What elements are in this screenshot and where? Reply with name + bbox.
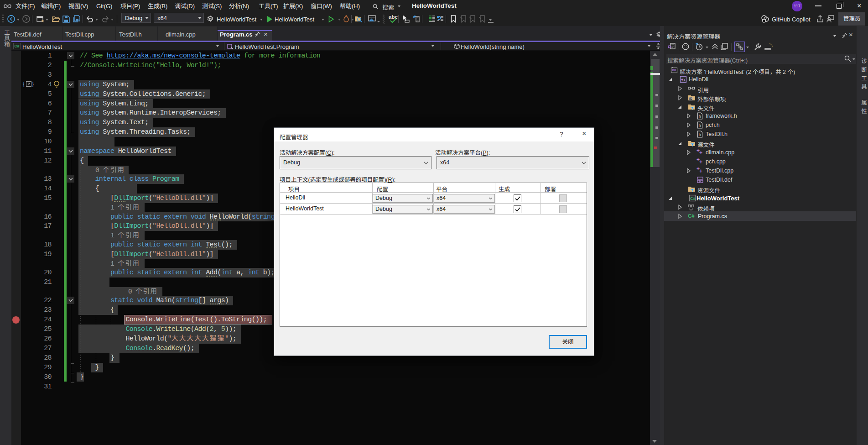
svg-text:h: h	[699, 123, 701, 128]
svg-text:h: h	[699, 114, 701, 119]
svg-text:C#: C#	[690, 196, 696, 201]
svg-text:h: h	[699, 132, 701, 137]
svg-text:+: +	[683, 78, 686, 83]
